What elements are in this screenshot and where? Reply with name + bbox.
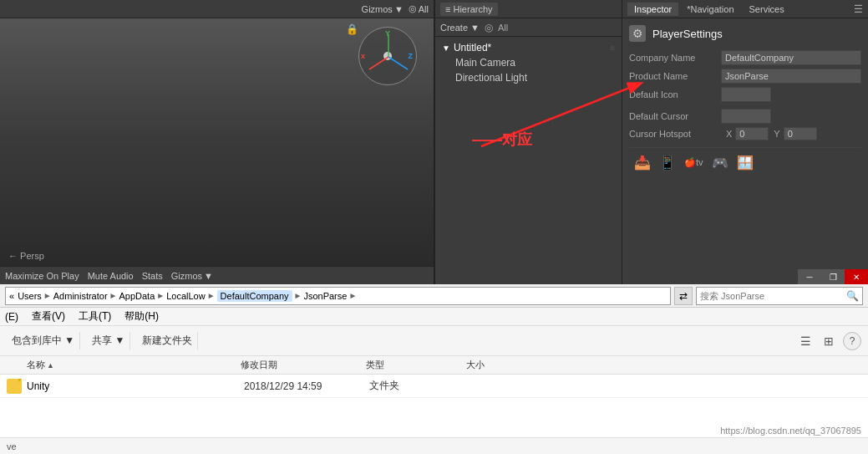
search-input[interactable]	[700, 291, 843, 301]
company-name-input[interactable]	[721, 50, 861, 65]
window-controls: ─ ❐ ✕	[798, 269, 868, 284]
col-header-type[interactable]: 类型	[366, 359, 466, 371]
breadcrumb-defaultcompany[interactable]: DefaultCompany	[217, 290, 292, 302]
hotspot-y-input[interactable]	[784, 127, 817, 140]
breadcrumb-appdata[interactable]: AppData	[119, 291, 155, 301]
default-icon-preview	[721, 87, 771, 102]
default-icon-label: Default Icon	[629, 89, 721, 99]
platform-icons-row: 📥 📱 🍎tv 🎮 🪟	[629, 147, 861, 177]
breadcrumb-users[interactable]: Users	[18, 291, 42, 301]
address-refresh-button[interactable]: ⇄	[674, 287, 693, 305]
hotspot-x-input[interactable]	[735, 127, 769, 140]
platform-appletv-icon[interactable]: 🍎tv	[684, 157, 703, 168]
lock-icon: 🔒	[346, 23, 358, 35]
col-header-date[interactable]: 修改日期	[241, 359, 366, 371]
explorer-address-bar: « Users ► Administrator ► AppData ► Loca…	[0, 284, 868, 308]
cursor-hotspot-row: Cursor Hotspot X Y	[629, 127, 861, 140]
breadcrumb-administrator[interactable]: Administrator	[53, 291, 108, 301]
hotspot-y-label: Y	[774, 129, 779, 139]
breadcrumb-sep-1: ►	[43, 291, 52, 300]
share-button[interactable]: 共享 ▼	[87, 332, 130, 349]
svg-line-2	[388, 57, 408, 69]
inspector-content: ⚙ PlayerSettings Company Name Product Na…	[622, 18, 868, 184]
hierarchy-header: ≡ Hierarchy	[435, 0, 622, 18]
tab-inspector[interactable]: Inspector	[627, 3, 678, 16]
all-label: All	[419, 4, 429, 14]
inspector-title-row: ⚙ PlayerSettings	[629, 25, 861, 42]
hierarchy-all-label: All	[498, 23, 508, 33]
default-icon-field: Default Icon	[629, 87, 861, 102]
inspector-panel-menu-icon[interactable]: ☰	[854, 3, 863, 15]
col-header-name[interactable]: 名称 ▲	[7, 359, 241, 371]
directional-light-label: Directional Light	[455, 72, 527, 84]
breadcrumb-locallow[interactable]: LocalLow	[166, 291, 205, 301]
col-header-size[interactable]: 大小	[466, 359, 550, 371]
toolbar-right: ☰ ⊞ ?	[796, 332, 861, 350]
platform-mobile-icon[interactable]: 📱	[659, 155, 676, 171]
scene-gizmo[interactable]: Y x Z	[358, 27, 425, 94]
search-icon[interactable]: 🔍	[846, 290, 859, 302]
hierarchy-create-button[interactable]: Create ▼	[440, 23, 480, 33]
hotspot-x-coord: X	[726, 127, 769, 140]
tab-navigation[interactable]: *Navigation	[680, 3, 740, 16]
hierarchy-item-directional-light[interactable]: Directional Light	[435, 70, 622, 85]
search-box: 🔍	[696, 287, 863, 305]
inspector-tabs: Inspector *Navigation Services ☰	[622, 0, 868, 18]
persp-label: ← Persp	[8, 251, 44, 261]
hierarchy-item-main-camera[interactable]: Main Camera	[435, 55, 622, 70]
scene-bottom-toolbar: Maximize On Play Mute Audio Stats Gizmos…	[0, 266, 434, 284]
include-library-button[interactable]: 包含到库中 ▼	[7, 332, 80, 349]
maximize-on-play-button[interactable]: Maximize On Play	[5, 271, 79, 281]
stats-button[interactable]: Stats	[142, 271, 163, 281]
column-headers: 名称 ▲ 修改日期 类型 大小	[0, 356, 868, 375]
player-settings-title: PlayerSettings	[652, 28, 723, 40]
menu-help[interactable]: 帮助(H)	[124, 309, 159, 324]
default-cursor-field: Default Cursor	[629, 109, 861, 124]
explorer-menu-bar: (E) 查看(V) 工具(T) 帮助(H)	[0, 308, 868, 326]
platform-android-icon[interactable]: 📥	[634, 155, 651, 171]
scene-canvas: 🔒 Y x Z ← Persp	[0, 18, 434, 266]
menu-view[interactable]: 查看(V)	[32, 309, 65, 324]
new-folder-button[interactable]: 新建文件夹	[137, 332, 198, 349]
menu-tools[interactable]: 工具(T)	[79, 309, 111, 324]
platform-gamepad-icon[interactable]: 🎮	[712, 155, 728, 171]
help-button[interactable]: ?	[843, 332, 861, 350]
hierarchy-tab[interactable]: ≡ Hierarchy	[440, 3, 498, 16]
view-details-button[interactable]: ☰	[796, 332, 815, 350]
status-bar: ve https://blog.csdn.net/qq_37067895	[0, 437, 868, 454]
default-cursor-label: Default Cursor	[629, 111, 721, 121]
mute-audio-button[interactable]: Mute Audio	[88, 271, 134, 281]
address-breadcrumb: « Users ► Administrator ► AppData ► Loca…	[5, 287, 671, 305]
product-name-label: Product Name	[629, 71, 721, 81]
window-minimize-button[interactable]: ─	[798, 269, 821, 284]
tab-services[interactable]: Services	[743, 3, 791, 16]
gizmo-lines-svg	[359, 28, 416, 84]
default-cursor-section: Default Cursor Cursor Hotspot X Y	[629, 109, 861, 140]
all-button[interactable]: ◎ All	[409, 3, 429, 14]
product-name-input[interactable]	[721, 69, 861, 84]
default-cursor-preview	[721, 109, 771, 124]
bottom-gizmos-icon: ▼	[204, 271, 213, 281]
window-restore-button[interactable]: ❐	[821, 269, 845, 284]
hierarchy-content: ▼ Untitled* ≡ Main Camera Directional Li…	[435, 37, 622, 89]
menu-edit[interactable]: (E)	[5, 311, 18, 323]
gizmos-button[interactable]: Gizmos ▼	[362, 4, 404, 14]
company-name-field: Company Name	[629, 50, 861, 65]
hierarchy-scene-root[interactable]: ▼ Untitled* ≡	[435, 40, 622, 55]
product-name-field: Product Name	[629, 69, 861, 84]
hierarchy-toolbar: Create ▼ ◎ All	[435, 18, 622, 37]
breadcrumb-back[interactable]: «	[9, 291, 14, 301]
platform-windows-icon[interactable]: 🪟	[737, 155, 754, 171]
hierarchy-panel: ≡ Hierarchy Create ▼ ◎ All ▼ Untitled* ≡…	[434, 0, 622, 284]
bottom-gizmos-button[interactable]: Gizmos ▼	[171, 271, 213, 281]
breadcrumb-sep-2: ►	[109, 291, 118, 300]
svg-line-1	[369, 57, 388, 69]
table-row[interactable]: Unity 2018/12/29 14:59 文件夹	[0, 375, 868, 398]
company-name-label: Company Name	[629, 53, 721, 63]
breadcrumb-sep-5: ►	[294, 291, 302, 300]
all-icon: ◎	[409, 3, 417, 14]
scene-name-label: Untitled*	[454, 42, 491, 54]
window-close-button[interactable]: ✕	[845, 269, 868, 284]
view-large-icons-button[interactable]: ⊞	[820, 332, 838, 350]
breadcrumb-jsonparse[interactable]: JsonParse	[303, 291, 347, 301]
